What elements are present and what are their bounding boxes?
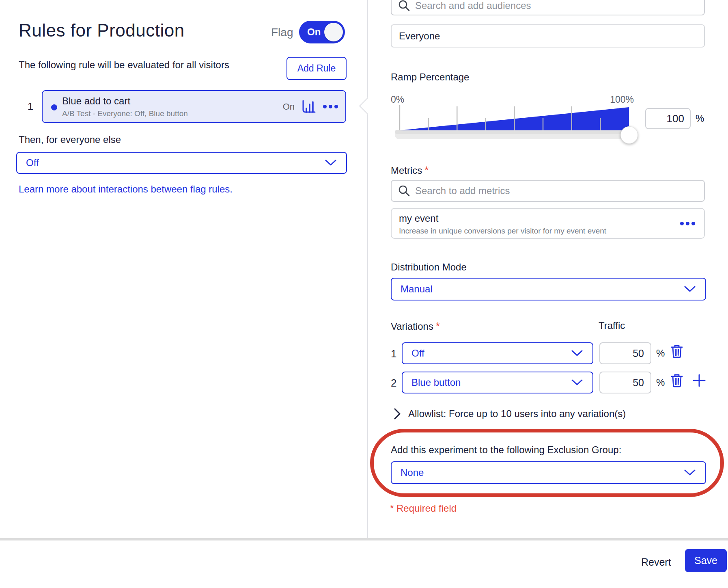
variation-1-dropdown[interactable]: Off [402,342,593,364]
search-icon [398,185,410,197]
variations-label-text: Variations [391,321,433,332]
else-label: Then, for everyone else [19,134,121,145]
chevron-down-icon [684,469,696,476]
ramp-unit: % [696,113,704,124]
flag-toggle-knob[interactable] [324,23,343,41]
metrics-label-text: Metrics [391,165,422,176]
rule-name: Blue add to cart [62,95,130,107]
rule-description: A/B Test - Everyone: Off, Blue button [62,109,188,118]
variation-2-traffic-input[interactable] [600,372,650,393]
chevron-right-icon [394,408,401,420]
allowlist-expander[interactable]: Allowlist: Force up to 10 users into any… [394,408,626,420]
variation-1-unit: % [656,348,665,359]
variation-1-value: Off [411,348,424,359]
metric-description: Increase in unique conversions per visit… [399,227,606,236]
learn-more-link[interactable]: Learn more about interactions between fl… [19,184,233,195]
rule-index: 1 [24,100,37,113]
distribution-mode-dropdown[interactable]: Manual [391,278,706,300]
distribution-mode-value: Manual [401,283,433,295]
ramp-value-field [645,108,691,129]
ramp-slider[interactable] [395,103,635,140]
trash-icon[interactable] [670,344,683,360]
exclusion-group-dropdown[interactable]: None [391,461,706,484]
trash-icon[interactable] [670,373,683,389]
ramp-slider-knob[interactable] [620,126,638,144]
variation-2-value: Blue button [411,377,461,388]
rule-intro-text: The following rule will be evaluated for… [19,59,229,71]
ramp-percentage-label: Ramp Percentage [391,71,469,83]
flag-toggle-state: On [307,26,321,38]
footer-divider [0,538,728,540]
chevron-down-icon [571,350,583,357]
exclusion-group-value: None [401,467,424,478]
ramp-value-input[interactable] [646,109,690,128]
rule-card[interactable]: Blue add to cart A/B Test - Everyone: Of… [42,90,346,123]
chevron-down-icon [684,286,696,292]
plus-icon[interactable] [692,373,706,389]
variations-label: Variations* [391,320,440,333]
variation-2-dropdown[interactable]: Blue button [402,372,593,393]
revert-button[interactable]: Revert [631,552,681,572]
flag-toggle[interactable]: On [299,21,345,43]
metric-card[interactable]: my event Increase in unique conversions … [391,208,705,239]
audience-search-input[interactable] [392,0,704,15]
audience-item-everyone[interactable]: Everyone [391,24,705,48]
metrics-search-field [391,180,705,202]
variation-row-index: 2 [391,377,403,389]
metrics-search-input[interactable] [392,181,704,201]
ellipsis-icon[interactable] [323,105,338,108]
allowlist-label: Allowlist: Force up to 10 users into any… [408,408,626,419]
exclusion-group-label: Add this experiment to the following Exc… [391,444,621,456]
add-rule-button[interactable]: Add Rule [286,57,347,80]
search-icon [398,0,410,12]
page-title: Rules for Production [19,20,185,41]
rule-status-text: On [283,102,295,112]
variation-2-unit: % [656,377,665,388]
variation-1-traffic-input[interactable] [600,343,650,363]
variations-required-star: * [436,320,440,332]
panel-divider [367,0,368,538]
metrics-label: Metrics* [391,164,429,177]
save-button[interactable]: Save [685,549,727,572]
variation-2-traffic-field [599,372,651,393]
audience-search-field [391,0,705,15]
metrics-required-star: * [424,164,429,176]
flag-label: Flag [271,26,293,39]
else-value: Off [26,157,39,169]
variation-row-index: 1 [391,348,403,360]
rule-status-dot [51,104,57,110]
variation-1-traffic-field [599,342,651,364]
flag-rules-page: Rules for Production Flag On The followi… [0,0,728,588]
metric-name: my event [399,213,438,224]
traffic-label: Traffic [599,320,625,331]
panel-divider-notch [359,97,376,115]
else-value-dropdown[interactable]: Off [16,152,347,174]
chevron-down-icon [571,379,583,386]
audience-name: Everyone [399,30,440,42]
required-field-note: * Required field [390,503,457,514]
distribution-mode-label: Distribution Mode [391,262,467,273]
ellipsis-icon[interactable] [680,222,695,225]
chevron-down-icon [325,160,336,166]
bar-chart-icon[interactable] [301,99,317,114]
